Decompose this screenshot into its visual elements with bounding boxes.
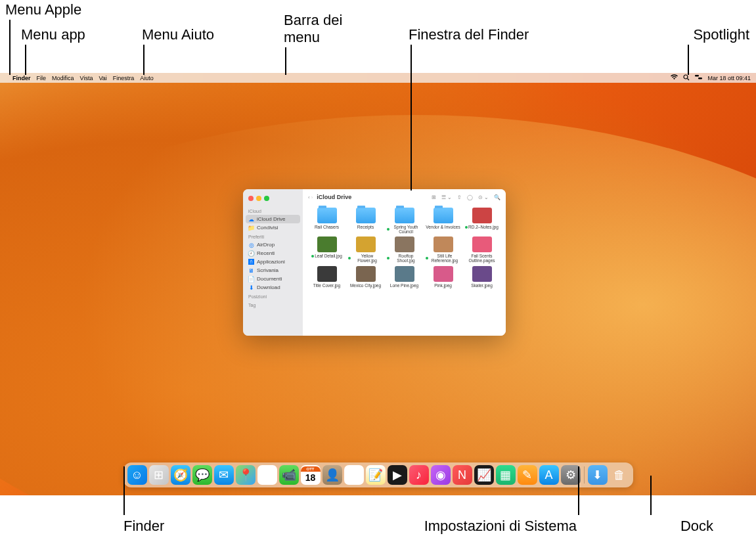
folder-icon [434,208,453,223]
file-item[interactable]: Leaf Detail.jpg [308,236,345,263]
dock-calendar[interactable]: OTT18 [301,465,321,485]
control-center-icon[interactable] [695,74,702,81]
dock-facetime[interactable]: 📹 [279,465,299,485]
dock-safari[interactable]: 🧭 [171,465,190,485]
finder-toolbar: ‹ › iCloud Drive ⊞ ☰ ⌄ ⇧ ◯ ⊙ ⌄ 🔍 [303,189,506,205]
dock-appstore[interactable]: A [539,465,559,485]
callout-app-menu: Menu app [21,26,85,43]
dock-launchpad[interactable]: ⊞ [149,465,169,485]
image-thumbnail-icon [434,266,453,282]
file-name: Spring Youth Council [387,225,422,234]
forward-button[interactable]: › [311,194,313,200]
file-item[interactable]: RD.2–Notes.jpg [463,208,500,234]
callout-system-settings: Impostazioni di Sistema [368,518,577,535]
file-item[interactable]: Fall Scents Outline.pages [463,236,500,263]
file-item[interactable]: Still Life Reference.jpg [424,236,462,263]
dock-trash[interactable]: 🗑 [610,465,629,485]
menu-go[interactable]: Vai [99,75,106,81]
sidebar-item-airdrop[interactable]: ◎AirDrop [243,240,303,249]
dock-settings[interactable]: ⚙ [561,465,581,485]
tag-dot-icon [426,257,428,259]
dock-stocks[interactable]: 📈 [474,465,494,485]
sidebar-item-label: Applicazioni [257,259,285,265]
share-icon[interactable]: ⇧ [457,194,462,200]
dock-maps[interactable]: 📍 [236,465,256,485]
minimize-button[interactable] [256,196,261,201]
file-item[interactable]: Rooftop Shoot.jpg [386,236,423,263]
dock-news[interactable]: N [453,465,472,485]
file-item[interactable]: Mexico City.jpeg [347,266,384,288]
menu-edit[interactable]: Modifica [52,75,74,81]
file-item[interactable]: Spring Youth Council [386,208,423,234]
dock-music[interactable]: ♪ [409,465,429,485]
file-item[interactable]: Receipts [347,208,384,234]
image-thumbnail-icon [317,266,337,282]
sidebar-item-label: Scrivania [257,267,278,273]
zoom-button[interactable] [264,196,269,201]
dock-mail[interactable]: ✉ [214,465,234,485]
file-item[interactable]: Yellow Flower.jpg [347,236,384,263]
file-name: Receipts [357,225,374,229]
app-menu[interactable]: Finder [12,75,31,81]
dock-tv[interactable]: ▶ [388,465,407,485]
menu-file[interactable]: File [37,75,47,81]
callout-spotlight: Spotlight [693,26,749,43]
file-item[interactable]: Title Cover.jpg [308,266,345,288]
file-item[interactable]: Rail Chasers [308,208,345,234]
spotlight-icon[interactable] [683,74,690,82]
image-thumbnail-icon [434,236,453,252]
view-grid-icon[interactable]: ⊞ [432,194,436,200]
file-name: Lone Pine.jpeg [390,283,418,288]
file-name: Leaf Detail.jpg [311,254,342,258]
search-icon[interactable]: 🔍 [494,194,500,200]
sidebar-item-scrivania[interactable]: 🖥Scrivania [243,266,303,275]
view-group-icon[interactable]: ☰ ⌄ [441,194,452,200]
dock-separator [584,466,585,484]
dock-photos[interactable]: ❀ [257,465,277,485]
sidebar-item-icloud-drive[interactable]: ☁iCloud Drive [246,215,300,223]
dock-podcasts[interactable]: ◉ [431,465,451,485]
image-thumbnail-icon [317,236,337,252]
sidebar-item-recenti[interactable]: 🕘Recenti [243,249,303,258]
dock-numbers[interactable]: ▦ [496,465,516,485]
wifi-icon[interactable] [671,74,678,81]
dock-reminders[interactable]: ☰ [344,465,364,485]
svg-rect-3 [698,78,702,79]
tag-icon[interactable]: ◯ [467,194,473,200]
dock-contacts[interactable]: 👤 [322,465,342,485]
more-icon[interactable]: ⊙ ⌄ [478,194,489,200]
file-item[interactable]: Skater.jpeg [463,266,500,288]
close-button[interactable] [248,196,254,201]
sidebar-item-label: iCloud Drive [257,216,286,222]
file-name: Fall Scents Outline.pages [464,254,500,263]
menubar-datetime[interactable]: Mar 18 ott 09:41 [707,75,751,81]
dock-pages[interactable]: ✎ [518,465,537,485]
svg-rect-2 [695,75,699,77]
file-item[interactable]: Vendor & Invoices [424,208,462,234]
menu-help[interactable]: Aiuto [140,75,154,81]
back-button[interactable]: ‹ [308,194,310,200]
file-item[interactable]: Lone Pine.jpeg [386,266,423,288]
menu-window[interactable]: Finestra [113,75,135,81]
file-item[interactable]: Pink.jpeg [424,266,462,288]
callouts-top: Menu Apple Menu app Menu Aiuto Barra dei… [0,0,756,73]
sidebar-item-label: Condivisi [257,225,278,231]
sidebar-item-documenti[interactable]: 📄Documenti [243,275,303,283]
dock-notes[interactable]: 📝 [366,465,386,485]
tag-dot-icon [465,226,468,229]
clock-icon: 🕘 [248,250,254,256]
svg-line-1 [688,78,690,80]
sidebar-item-applicazioni[interactable]: 🅰Applicazioni [243,258,303,266]
file-name: Pink.jpeg [434,283,452,288]
dock-downloads[interactable]: ⬇ [588,465,608,485]
desktop-icon: 🖥 [248,267,254,273]
dock-finder[interactable]: ☺ [127,465,147,485]
file-name: Mexico City.jpeg [350,283,381,288]
file-name: Skater.jpeg [471,283,493,288]
sidebar-item-condivisi[interactable]: 📁Condivisi [243,223,303,232]
dock-messages[interactable]: 💬 [192,465,212,485]
sidebar-item-download[interactable]: ⬇Download [243,283,303,292]
folder-icon [395,208,414,223]
menu-view[interactable]: Vista [80,75,93,81]
file-name: Still Life Reference.jpg [426,254,461,263]
